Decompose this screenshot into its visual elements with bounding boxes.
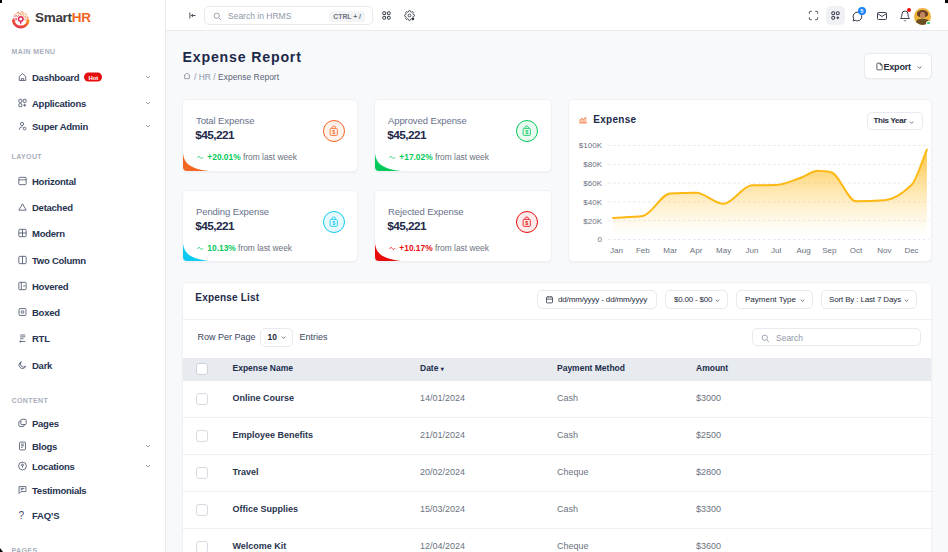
svg-text:Mar: Mar xyxy=(663,246,677,255)
svg-text:$: $ xyxy=(526,220,529,226)
svg-text:Jul: Jul xyxy=(771,246,781,255)
svg-text:Oct: Oct xyxy=(850,246,863,255)
svg-text:$60K: $60K xyxy=(583,179,602,188)
svg-text:$20K: $20K xyxy=(583,217,602,226)
svg-text:May: May xyxy=(716,246,731,255)
svg-text:$40K: $40K xyxy=(583,198,602,207)
svg-text:Sep: Sep xyxy=(822,246,837,255)
svg-text:Dec: Dec xyxy=(904,246,918,255)
svg-text:Apr: Apr xyxy=(690,246,703,255)
svg-text:Nov: Nov xyxy=(877,246,891,255)
svg-text:Jun: Jun xyxy=(745,246,758,255)
svg-text:$: $ xyxy=(332,220,335,226)
svg-text:$: $ xyxy=(332,129,335,135)
svg-text:0: 0 xyxy=(598,235,603,244)
svg-text:$80K: $80K xyxy=(583,160,602,169)
svg-text:$: $ xyxy=(526,129,529,135)
svg-text:$100K: $100K xyxy=(579,141,603,150)
svg-text:Aug: Aug xyxy=(796,246,810,255)
svg-text:Feb: Feb xyxy=(636,246,650,255)
svg-text:Jan: Jan xyxy=(610,246,623,255)
